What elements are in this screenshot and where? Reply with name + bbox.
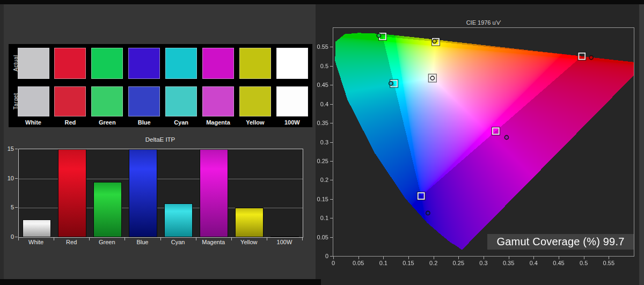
bar-category-label-yellow: Yellow: [231, 239, 267, 245]
swatch-label-blue: Blue: [128, 119, 160, 126]
cie-chromaticity-canvas: [333, 28, 634, 256]
cie-ytick-mark-0: [330, 256, 333, 257]
cie-chart-title: CIE 1976 u'v': [333, 19, 634, 26]
cie-xtick-label-0.45: 0.45: [548, 260, 569, 266]
cie-xtick-label-0: 0: [323, 260, 344, 266]
cie-xtick-label-0.4: 0.4: [523, 260, 544, 266]
bar-xtick-mark-0: [18, 238, 19, 240]
cie-ytick-mark-0.1: [330, 218, 333, 218]
cie-ytick-label-0.05: 0.05: [309, 234, 328, 240]
cie-xtick-mark-0.25: [458, 257, 459, 259]
swatch-label-white: White: [18, 119, 49, 126]
bar-chart-plot-area: [18, 149, 303, 238]
bottom-edge-strip: [0, 279, 321, 285]
color-calibration-analysis-screen: Actual Target WhiteRedGreenBlueCyanMagen…: [0, 0, 644, 285]
bar-xtick-mark-7: [267, 238, 267, 240]
bar-xtick-mark-3: [125, 238, 125, 240]
bar-category-label-white: White: [18, 239, 54, 245]
cie-ytick-mark-0.35: [330, 123, 333, 123]
cie-xtick-mark-0.5: [584, 257, 584, 259]
cie-ytick-label-0.45: 0.45: [309, 82, 328, 88]
swatch-target-white: [18, 86, 49, 116]
gamut-coverage-text: Gamut Coverage (%) 99.7: [496, 236, 624, 247]
bar-100w: [270, 236, 299, 237]
cie-xtick-mark-0.4: [533, 257, 534, 259]
cie-ytick-mark-0.15: [330, 199, 333, 200]
swatch-target-cyan: [165, 86, 197, 116]
cie-xtick-label-0.55: 0.55: [598, 260, 619, 266]
cie-xtick-label-0.35: 0.35: [498, 260, 519, 266]
swatch-target-magenta: [202, 86, 234, 116]
bar-xtick-mark-4: [160, 238, 161, 240]
cie-xtick-mark-0.05: [358, 257, 359, 259]
bar-ytick-label-10: 10: [3, 175, 14, 181]
swatch-actual-red: [54, 48, 86, 79]
cie-ytick-mark-0.25: [330, 161, 333, 162]
cie-ytick-label-0.35: 0.35: [309, 120, 328, 126]
bar-red: [58, 149, 86, 237]
swatch-actual-blue: [128, 48, 160, 79]
cie-xtick-mark-0.35: [509, 257, 509, 259]
bar-xtick-mark-1: [54, 238, 54, 240]
swatch-label-100w: 100W: [276, 119, 308, 126]
swatch-label-yellow: Yellow: [239, 119, 271, 126]
cie-xtick-label-0.25: 0.25: [448, 260, 469, 266]
swatch-actual-yellow: [239, 48, 271, 79]
bar-ytick-label-5: 5: [3, 204, 14, 210]
swatch-target-green: [91, 86, 123, 116]
cie-ytick-label-0: 0: [309, 253, 328, 259]
cie-xtick-mark-0.45: [559, 257, 559, 259]
top-edge-strip: [0, 0, 644, 4]
bar-ytick-mark-5: [15, 207, 18, 208]
cie-xtick-label-0.1: 0.1: [372, 260, 394, 266]
cie-ytick-label-0.5: 0.5: [309, 63, 328, 69]
swatch-actual-cyan: [165, 48, 197, 79]
bar-category-label-blue: Blue: [125, 239, 160, 245]
cie-ytick-mark-0.55: [330, 47, 333, 47]
cie-xtick-label-0.2: 0.2: [423, 260, 444, 266]
swatch-actual-green: [91, 48, 123, 79]
cie-xtick-mark-0.15: [408, 257, 409, 259]
bar-ytick-mark-15: [15, 149, 18, 149]
bar-category-label-magenta: Magenta: [196, 239, 231, 245]
bar-xtick-mark-2: [89, 238, 90, 240]
cie-xtick-label-0.15: 0.15: [398, 260, 419, 266]
cie-ytick-label-0.55: 0.55: [309, 43, 328, 50]
cie-ytick-label-0.4: 0.4: [309, 101, 328, 107]
bar-blue: [129, 149, 157, 237]
cie-ytick-mark-0.05: [330, 237, 333, 238]
swatch-actual-magenta: [202, 48, 234, 79]
cie-ytick-label-0.3: 0.3: [309, 139, 328, 145]
swatch-target-100w: [276, 86, 308, 116]
cie-xtick-label-0.5: 0.5: [573, 260, 595, 266]
cie-ytick-mark-0.45: [330, 85, 333, 85]
bar-cyan: [164, 203, 193, 237]
cie-ytick-label-0.1: 0.1: [309, 215, 328, 221]
swatch-actual-white: [18, 48, 49, 79]
swatch-label-magenta: Magenta: [202, 119, 234, 126]
swatch-label-red: Red: [54, 119, 86, 126]
bar-chart-title: DeltaE ITP: [18, 136, 302, 143]
bar-xtick-mark-8: [302, 238, 303, 240]
bar-category-label-red: Red: [54, 239, 89, 245]
bar-yellow: [235, 208, 264, 237]
cie-ytick-mark-0.2: [330, 180, 333, 180]
cie-ytick-label-0.2: 0.2: [309, 177, 328, 183]
swatch-target-blue: [128, 86, 160, 116]
bar-ytick-mark-10: [15, 178, 18, 179]
bar-ytick-label-15: 15: [3, 145, 14, 152]
cie-xtick-label-0.05: 0.05: [348, 260, 369, 266]
cie-ytick-mark-0.4: [330, 104, 333, 105]
cie-ytick-label-0.25: 0.25: [309, 158, 328, 164]
cie-ytick-mark-0.5: [330, 66, 333, 67]
swatch-target-yellow: [239, 86, 271, 116]
swatch-target-red: [54, 86, 86, 116]
bar-magenta: [200, 149, 228, 237]
cie-ytick-label-0.15: 0.15: [309, 196, 328, 202]
bar-white: [23, 220, 51, 237]
swatch-label-cyan: Cyan: [165, 119, 197, 126]
cie-xtick-mark-0.2: [434, 257, 434, 259]
cie-chart-plot-area: Gamut Coverage (%) 99.7: [333, 27, 634, 257]
bar-xtick-mark-5: [196, 238, 196, 240]
bar-green: [93, 182, 122, 237]
